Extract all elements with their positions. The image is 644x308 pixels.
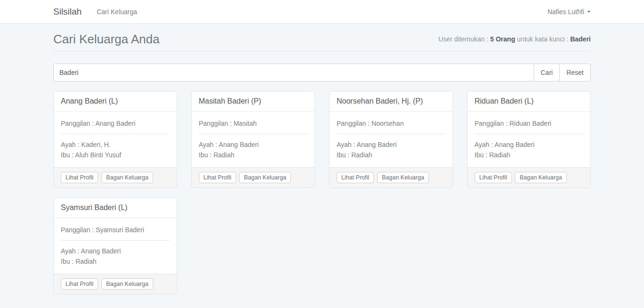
search-reset-button[interactable]: Reset xyxy=(559,64,591,81)
person-mother: Ibu : Radiah xyxy=(475,150,584,160)
search-form: Cari Reset xyxy=(53,64,591,81)
view-profile-button[interactable]: Lihat Profil xyxy=(475,172,512,183)
person-card-title: Masitah Baderi (P) xyxy=(192,91,315,112)
user-menu-label: Nafies Luthfi xyxy=(547,8,584,16)
divider xyxy=(61,240,170,241)
person-mother: Ibu : Radiah xyxy=(61,256,170,267)
result-summary-middle: untuk kata kunci : xyxy=(515,35,570,43)
person-nickname: Panggilan : Masitah xyxy=(199,119,308,129)
person-card-body: Panggilan : Masitah Ayah : Anang Baderi … xyxy=(192,112,315,167)
result-keyword: Baderi xyxy=(570,35,591,43)
main-content: Cari Keluarga Anda User ditemukan : 5 Or… xyxy=(53,32,591,308)
person-nickname: Panggilan : Syamsuri Baderi xyxy=(61,225,170,235)
person-father: Ayah : Anang Baderi xyxy=(61,246,170,256)
search-submit-button[interactable]: Cari xyxy=(534,64,560,81)
family-chart-button[interactable]: Bagan Keluarga xyxy=(515,172,567,183)
person-card-title: Syamsuri Baderi (L) xyxy=(54,198,177,218)
person-father: Ayah : Kaderi, H. xyxy=(61,139,170,150)
person-mother: Ibu : Radiah xyxy=(199,150,308,160)
person-card: Masitah Baderi (P) Panggilan : Masitah A… xyxy=(191,91,315,188)
person-card-footer: Lihat Profil Bagan Keluarga xyxy=(468,167,591,187)
result-summary: User ditemukan : 5 Orang untuk kata kunc… xyxy=(438,35,591,43)
page-title: Cari Keluarga Anda xyxy=(53,32,159,46)
brand-link[interactable]: Silsilah xyxy=(53,7,82,17)
search-input[interactable] xyxy=(53,64,534,81)
results-grid: Anang Baderi (L) Panggilan : Anang Bader… xyxy=(53,91,591,308)
person-card-body: Panggilan : Noorsehan Ayah : Anang Bader… xyxy=(330,112,453,167)
person-card: Syamsuri Baderi (L) Panggilan : Syamsuri… xyxy=(53,197,177,294)
chevron-down-icon xyxy=(587,11,591,13)
divider xyxy=(337,134,446,134)
person-father: Ayah : Anang Baderi xyxy=(337,139,446,150)
family-chart-button[interactable]: Bagan Keluarga xyxy=(239,172,291,183)
view-profile-button[interactable]: Lihat Profil xyxy=(61,278,98,290)
divider xyxy=(61,134,170,134)
person-card-footer: Lihat Profil Bagan Keluarga xyxy=(330,167,453,187)
result-summary-prefix: User ditemukan : xyxy=(438,35,490,43)
person-card-footer: Lihat Profil Bagan Keluarga xyxy=(54,167,177,187)
person-card-title: Riduan Baderi (L) xyxy=(468,91,591,112)
person-card-title: Noorsehan Baderi, Hj. (P) xyxy=(330,91,453,112)
person-father: Ayah : Anang Baderi xyxy=(199,139,308,150)
person-card: Riduan Baderi (L) Panggilan : Riduan Bad… xyxy=(467,91,591,188)
person-card-footer: Lihat Profil Bagan Keluarga xyxy=(192,167,315,187)
result-count: 5 Orang xyxy=(490,35,515,43)
user-menu-dropdown[interactable]: Nafies Luthfi xyxy=(547,8,591,16)
page-header: Cari Keluarga Anda User ditemukan : 5 Or… xyxy=(53,32,591,51)
person-card-body: Panggilan : Anang Baderi Ayah : Kaderi, … xyxy=(54,112,177,167)
person-card-body: Panggilan : Riduan Baderi Ayah : Anang B… xyxy=(468,112,591,167)
person-card: Anang Baderi (L) Panggilan : Anang Bader… xyxy=(53,91,177,188)
navbar: Silsilah Cari Keluarga Nafies Luthfi xyxy=(0,0,644,24)
view-profile-button[interactable]: Lihat Profil xyxy=(61,172,98,183)
person-card-body: Panggilan : Syamsuri Baderi Ayah : Anang… xyxy=(54,218,177,274)
person-card: Noorsehan Baderi, Hj. (P) Panggilan : No… xyxy=(329,91,453,188)
family-chart-button[interactable]: Bagan Keluarga xyxy=(101,172,153,183)
person-father: Ayah : Anang Baderi xyxy=(475,139,584,150)
divider xyxy=(475,134,584,134)
person-nickname: Panggilan : Anang Baderi xyxy=(61,119,170,129)
person-card-title: Anang Baderi (L) xyxy=(54,91,177,112)
person-card-footer: Lihat Profil Bagan Keluarga xyxy=(54,274,177,294)
view-profile-button[interactable]: Lihat Profil xyxy=(199,172,236,183)
family-chart-button[interactable]: Bagan Keluarga xyxy=(101,278,153,290)
divider xyxy=(199,134,308,134)
view-profile-button[interactable]: Lihat Profil xyxy=(337,172,374,183)
person-nickname: Panggilan : Riduan Baderi xyxy=(475,119,584,129)
person-mother: Ibu : Radiah xyxy=(337,150,446,160)
nav-item-cari-keluarga[interactable]: Cari Keluarga xyxy=(97,1,137,23)
person-nickname: Panggilan : Noorsehan xyxy=(337,119,446,129)
person-mother: Ibu : Aluh Binti Yusuf xyxy=(61,150,170,160)
family-chart-button[interactable]: Bagan Keluarga xyxy=(377,172,429,183)
